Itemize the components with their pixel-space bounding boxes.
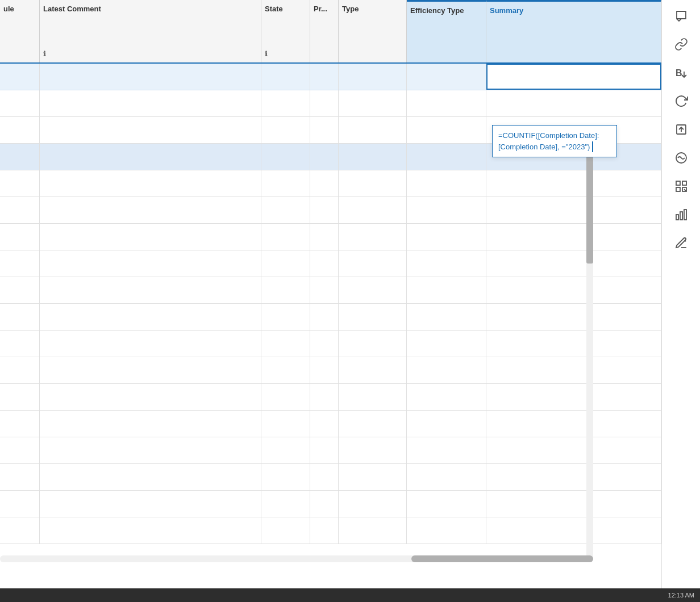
- cell: [40, 517, 261, 544]
- table-row[interactable]: [0, 197, 661, 224]
- col-pr-label: Pr...: [314, 5, 335, 13]
- cell: [486, 464, 661, 490]
- cell: [486, 517, 661, 544]
- cell: [261, 304, 310, 330]
- table-row[interactable]: [0, 250, 661, 277]
- cell: [0, 304, 40, 330]
- horizontal-scrollbar-track[interactable]: [0, 555, 593, 562]
- cell: [310, 384, 339, 410]
- cell: [40, 250, 261, 277]
- table-row[interactable]: [0, 90, 661, 117]
- cell: [0, 250, 40, 277]
- table-row[interactable]: [0, 277, 661, 304]
- cell: [339, 117, 407, 143]
- table-row[interactable]: [0, 464, 661, 491]
- cell: [310, 64, 339, 90]
- table-row[interactable]: [0, 357, 661, 384]
- cell: [261, 277, 310, 303]
- cell: [339, 437, 407, 463]
- table-row[interactable]: [0, 304, 661, 331]
- svg-rect-7: [676, 187, 680, 191]
- bold-download-icon[interactable]: B: [670, 61, 693, 84]
- chart-icon[interactable]: [670, 203, 693, 226]
- cell: [310, 357, 339, 383]
- table-row[interactable]: [0, 411, 661, 437]
- cell: [0, 64, 40, 90]
- cell: [40, 384, 261, 410]
- cell: [486, 277, 661, 303]
- grid-body: =COUNTIF([Completion Date]: [Completion …: [0, 64, 661, 602]
- cell: [407, 90, 486, 116]
- cell[interactable]: [486, 64, 661, 90]
- table-row[interactable]: [0, 437, 661, 464]
- grid-header: ule Latest Comment ℹ State ℹ Pr... Type …: [0, 0, 661, 64]
- cell: [486, 411, 661, 437]
- cell: [486, 224, 661, 250]
- cell: [407, 411, 486, 437]
- cell: [0, 224, 40, 250]
- vertical-scrollbar[interactable]: [586, 127, 593, 557]
- cell: [40, 357, 261, 383]
- latest-comment-info-icon[interactable]: ℹ: [43, 50, 257, 58]
- col-header-rule: ule: [0, 0, 40, 62]
- formula-cursor: [590, 141, 593, 153]
- cell: [486, 491, 661, 517]
- pen-link-icon[interactable]: [670, 232, 693, 254]
- cell: [0, 117, 40, 143]
- upload-icon[interactable]: [670, 118, 693, 141]
- table-row[interactable]: [0, 224, 661, 250]
- formula-popup[interactable]: =COUNTIF([Completion Date]: [Completion …: [492, 125, 617, 157]
- cell: [40, 64, 261, 90]
- table-row[interactable]: [0, 517, 661, 544]
- cell: [407, 384, 486, 410]
- table-row[interactable]: [0, 384, 661, 411]
- cell: [486, 357, 661, 383]
- cell: [261, 437, 310, 463]
- wave-icon[interactable]: [670, 147, 693, 169]
- table-row[interactable]: [0, 64, 661, 90]
- cell: [339, 491, 407, 517]
- cell: [261, 224, 310, 250]
- cell: [0, 411, 40, 437]
- col-header-efficiency-type: Efficiency Type: [407, 0, 486, 62]
- svg-rect-11: [680, 212, 682, 220]
- state-info-icon[interactable]: ℹ: [265, 50, 306, 58]
- cell: [261, 64, 310, 90]
- status-time: 12:13 AM: [668, 592, 694, 599]
- cell: [339, 224, 407, 250]
- cell: [310, 491, 339, 517]
- link-icon[interactable]: [670, 33, 693, 56]
- cell: [40, 170, 261, 197]
- table-row[interactable]: [0, 170, 661, 197]
- table-row[interactable]: [0, 491, 661, 517]
- cell: [0, 437, 40, 463]
- cell: [407, 117, 486, 143]
- right-sidebar: B: [661, 0, 700, 602]
- cell: [407, 437, 486, 463]
- cell: [0, 464, 40, 490]
- cell: [0, 357, 40, 383]
- horizontal-scrollbar-thumb[interactable]: [411, 555, 593, 562]
- cell: [261, 197, 310, 223]
- cell: [486, 250, 661, 277]
- cell: [310, 277, 339, 303]
- cell: [261, 250, 310, 277]
- cell: [261, 384, 310, 410]
- cell: [407, 357, 486, 383]
- col-header-pr: Pr...: [310, 0, 339, 62]
- cell: [407, 197, 486, 223]
- cell: [407, 64, 486, 90]
- grid-report-icon[interactable]: [670, 175, 693, 198]
- cell: [310, 437, 339, 463]
- col-efficiency-type-label: Efficiency Type: [410, 6, 482, 15]
- cell: [40, 437, 261, 463]
- table-row[interactable]: [0, 331, 661, 357]
- cell: [261, 517, 310, 544]
- refresh-icon[interactable]: [670, 90, 693, 112]
- cell: [0, 90, 40, 116]
- cell: [339, 170, 407, 197]
- cell: [407, 170, 486, 197]
- comment-icon[interactable]: [670, 5, 693, 27]
- cell: [486, 304, 661, 330]
- cell: [0, 170, 40, 197]
